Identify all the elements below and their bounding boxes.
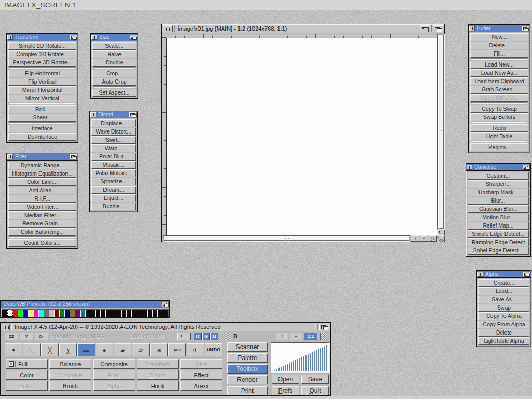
arexx-button[interactable]: Arexx [180,381,222,391]
transform-mirror-horizontal-button[interactable]: Mirror Horizontal [8,86,76,94]
alpha-create-button[interactable]: Create... [478,279,529,287]
freehand-draw-tool-button[interactable]: ⋱ [23,343,41,356]
size-panel-titlebar[interactable]: Size [91,34,138,41]
alpha-lighttable-alpha-button[interactable]: LightTable Alpha [478,337,529,345]
transform-complex-2d-rotate-button[interactable]: Complex 2D Rotate... [8,50,76,58]
distort-panel-titlebar[interactable]: Distort [90,111,137,118]
filter-panel-titlebar[interactable]: Filter [7,153,78,161]
convolve-ramping-edge-detect-button[interactable]: Ramping Edge Detect [468,238,529,246]
size-set-aspect-button[interactable]: Set Aspect... [92,89,136,97]
filter-r-i-p-button[interactable]: R.I.P... [8,195,76,203]
filter-video-filter-button[interactable]: Video Filter... [8,203,76,211]
distort-displace-button[interactable]: Displace... [91,119,136,127]
toolbox-button[interactable]: Toolbox [227,364,268,374]
filter-color-balancing-button[interactable]: Color Balancing... [8,228,76,236]
transform-flip-horizontal-button[interactable]: Flip Horizontal [8,70,76,77]
outline-polygon-tool-button[interactable]: ▱ [132,343,150,356]
color-swatch[interactable] [44,310,49,317]
zoom-out-button[interactable]: − [290,332,302,340]
alpha-save-as-button[interactable]: Save As... [478,296,529,303]
depth-gadget[interactable] [523,165,530,170]
line-tool-button[interactable]: ╳ [41,343,59,356]
effect-button[interactable]: Effect [180,370,222,380]
buffer-grab-screen-button[interactable]: Grab Screen... [470,86,528,94]
alpha-copy-to-alpha-button[interactable]: Copy To Alpha [478,312,529,320]
depth-gadget[interactable] [130,35,137,40]
color-swatch[interactable] [137,310,142,317]
zoom-in-button[interactable]: + [411,235,419,242]
scanner-button[interactable]: Scanner [227,342,268,352]
panel-iconify-gadget[interactable] [7,154,13,159]
save-button[interactable]: Save [301,375,329,384]
convolve-sharpen-button[interactable]: Sharpen... [468,180,529,188]
horizontal-scroll-thumb[interactable] [164,236,409,241]
curve-tool-button[interactable]: χ [59,343,77,356]
clip-tool-button[interactable]: a [150,343,168,356]
dither-pattern-box[interactable] [320,332,327,340]
quit-button[interactable]: Quit [301,386,329,395]
hook-button[interactable]: Hook [137,381,179,391]
filter-median-filter-button[interactable]: Median Filter... [8,211,76,219]
convolve-gaussian-blur-button[interactable]: Gaussian Blur... [468,205,529,213]
filter-count-colors-button[interactable]: Count Colors... [8,239,76,247]
prefs-button[interactable]: Prefs [272,386,299,395]
color-swatch[interactable] [111,310,116,317]
color-swatch[interactable] [96,310,101,317]
zoom-gadget[interactable] [420,25,430,32]
screen-mode-gadget[interactable] [437,230,445,235]
brush-button[interactable]: Brush [49,381,91,391]
alpha-delete-button[interactable]: Delete [478,329,529,337]
color-swatch[interactable] [81,310,86,317]
color-swatch[interactable] [163,310,168,317]
panel-iconify-gadget[interactable] [467,165,472,170]
buffer-swap-buffers-button[interactable]: Swap Buffers [470,113,528,121]
distort-liquid-button[interactable]: Liquid... [91,194,136,202]
depth-gadget[interactable] [522,26,529,31]
transform-de-interlace-button[interactable]: De-Interlace [8,133,76,141]
convolve-simple-edge-detect-button[interactable]: Simple Edge Detect... [468,230,529,238]
palette-button[interactable]: Palette [227,353,268,363]
image-window-titlebar[interactable]: imagefx01.jpg [MAIN] - 1:2 (1024x768, 1:… [162,24,444,33]
distort-spherize-button[interactable]: Spherize... [91,178,136,185]
size-double-button[interactable]: Double [92,59,136,66]
full-button[interactable]: ↱Full [6,359,48,369]
alpha-swap-button[interactable]: Swap [478,304,529,312]
size-crop-button[interactable]: Crop... [92,70,136,77]
depth-gadget[interactable] [319,324,329,330]
filter-anti-alias-button[interactable]: Anti Alias... [8,187,76,194]
depth-gadget[interactable] [523,272,530,277]
distort-warp-button[interactable]: Warp... [91,144,136,152]
color-swatch[interactable] [75,310,81,317]
panel-iconify-gadget[interactable] [90,112,96,117]
buffer-delete-button[interactable]: Delete... [470,42,528,49]
color-swatch[interactable] [18,310,23,317]
distort-bubble-button[interactable]: Bubble... [91,203,136,210]
color-swatch[interactable] [142,310,148,317]
color-swatch[interactable] [158,310,163,317]
airplane-tool-button[interactable]: ✈ [187,343,204,356]
play-macro-button[interactable]: ▷ [35,332,48,340]
filter-histogram-equalization-button[interactable]: Histogram Equalization... [8,170,76,178]
color-swatch[interactable] [106,310,111,317]
color-swatch[interactable] [148,310,153,317]
size-halve-button[interactable]: Halve [92,50,136,58]
polygon-tool-button[interactable]: ▰ [114,343,131,356]
text-tool-button[interactable]: ABC [168,343,186,356]
undo-button[interactable]: UNDO [205,343,222,356]
distort-dream-button[interactable]: Dream... [91,186,136,194]
color-swatch[interactable] [153,310,158,317]
sleep-button[interactable]: zz [5,332,18,340]
color-swatch[interactable] [86,310,91,317]
alpha-copy-from-alpha-button[interactable]: Copy From Alpha [478,321,529,328]
transform-flip-vertical-button[interactable]: Flip Vertical [8,78,76,86]
gradient-preview[interactable] [271,342,330,373]
filter-dynamic-range-button[interactable]: Dynamic Range... [8,162,76,169]
color-swatch[interactable] [70,310,75,317]
resize-gadget[interactable] [437,235,445,242]
color-swatch[interactable] [23,310,29,317]
color-swatch[interactable] [122,310,127,317]
color-swatch[interactable] [60,310,65,317]
palette-window-titlebar[interactable]: CyberWB Preview: (32 of 256 shown) [1,301,169,308]
composite-button[interactable]: Composite [93,359,135,369]
color-swatch[interactable] [101,310,106,317]
